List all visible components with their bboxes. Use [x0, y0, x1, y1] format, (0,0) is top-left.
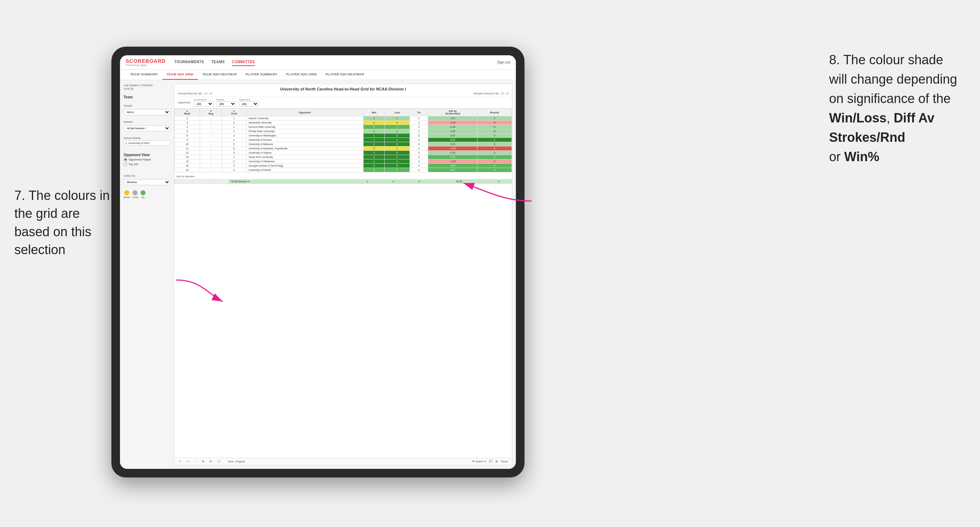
main-content: Last Updated: 27/03/2024 16:55:38 Team G…	[120, 80, 516, 469]
table-row: 6 - 2 Florida State University 4 2 0 1.8…	[175, 129, 512, 133]
filter-opponent: Opponent (All)	[239, 98, 259, 106]
radio-top100[interactable]: Top 100	[124, 163, 170, 166]
col-diff: Diff AvStrokes/Rnd	[428, 109, 477, 116]
legend-row: Down Level Up	[124, 190, 170, 198]
timestamp: Last Updated: 27/03/2024 16:55:38	[124, 84, 170, 91]
table-row: 9 - 1 University of Arizona 1 0 0 9.00 2	[175, 138, 512, 142]
data-table: #Rank #Reg #Conf Opponent Win Loss Tie D…	[174, 108, 512, 172]
radio-opponents-played[interactable]: Opponents Played	[124, 158, 170, 162]
legend-down-circle	[124, 190, 129, 195]
table-container: #Rank #Reg #Conf Opponent Win Loss Tie D…	[174, 108, 512, 458]
col-conf: #Conf	[222, 109, 246, 116]
legend-level-circle	[132, 190, 138, 195]
table-row: 3 - 2 Vanderbilt University 0 4 0 -2.29 …	[175, 121, 512, 125]
tab-team-summary[interactable]: TEAM SUMMARY	[126, 70, 162, 80]
toolbar-right: 👁 Watch ▾ 💬 ⊞ Share	[472, 460, 508, 463]
radio-dot-unselected	[124, 163, 127, 166]
sub-nav: TEAM SUMMARY TEAM H2H GRID TEAM H2H HEAT…	[120, 70, 516, 80]
nav-teams[interactable]: TEAMS	[211, 59, 225, 66]
watch-btn[interactable]: 👁 Watch ▾	[472, 460, 486, 463]
filter-conference: Conference (All)	[194, 98, 213, 106]
out-of-division-label: Out of division	[174, 174, 512, 179]
school-field: School (Rank) 1. University of Nort...	[124, 134, 170, 146]
grid-header: University of North Carolina Head-to-Hea…	[174, 84, 512, 97]
grid-records: Overall Record: 89 - 17 - 0 Division Rec…	[178, 92, 508, 95]
tab-player-summary[interactable]: PLAYER SUMMARY	[242, 70, 282, 80]
zoom-fit-btn[interactable]: ⊞	[201, 460, 205, 464]
comment-btn[interactable]: 💬	[489, 460, 493, 463]
nav-tournaments[interactable]: TOURNAMENTS	[174, 59, 204, 66]
forward-btn[interactable]: →	[193, 460, 198, 464]
division-field: Division NCAA Division I	[124, 118, 170, 132]
table-row: 16 - 2 University of Florida 3 1 0 6.67 …	[175, 168, 512, 172]
col-tie: Tie	[409, 109, 428, 116]
opponent-radio-group: Opponents Played Top 100	[124, 158, 170, 166]
tab-team-h2h-grid[interactable]: TEAM H2H GRID	[162, 70, 198, 80]
out-of-div-row: NCAA Division II 1 0 0 26.00 3	[175, 179, 512, 184]
legend-level: Level	[132, 190, 138, 198]
conference-filter-select[interactable]: (All)	[194, 101, 213, 106]
tablet-frame: SCOREBOARD Powered by clippd TOURNAMENTS…	[111, 47, 525, 478]
logo-sub: Powered by clippd	[126, 64, 165, 67]
gender-field: Gender Men's	[124, 102, 170, 115]
table-row: 14 - 2 University of Oklahoma 1 0 0 -1.0…	[175, 159, 512, 164]
col-win: Win	[363, 109, 384, 116]
colour-by-section: Colour by Win/loss	[124, 172, 170, 185]
col-rank: #Rank	[175, 109, 200, 116]
legend-up-circle	[140, 190, 145, 195]
out-of-division: Out of division NCAA Division II 1 0	[174, 172, 512, 185]
nav-committee[interactable]: COMMITTEE	[232, 59, 255, 66]
col-rounds: Rounds	[477, 109, 512, 116]
nav-items: TOURNAMENTS TEAMS COMMITTEE	[174, 59, 488, 66]
opponents-label: Opponents:	[178, 101, 191, 104]
division-select[interactable]: NCAA Division I	[124, 125, 170, 132]
table-row: 8 - 2 University of Washington 1 0 0 3.6…	[175, 133, 512, 138]
share-btn[interactable]: Share	[501, 460, 508, 463]
table-row: 12 - 3 University of Virginia 1 0 0 2.33…	[175, 151, 512, 155]
grid-panel: University of North Carolina Head-to-Hea…	[174, 84, 512, 465]
annotation-left: 7. The colours in the grid are based on …	[14, 187, 115, 259]
tab-player-h2h-heatmap[interactable]: PLAYER H2H HEATMAP	[321, 70, 369, 80]
school-value: 1. University of Nort...	[124, 140, 170, 146]
gender-select[interactable]: Men's	[124, 109, 170, 115]
team-section-title: Team	[124, 95, 170, 99]
col-opponent: Opponent	[246, 109, 363, 116]
table-row: 2 - 1 Auburn University 2 1 0 1.67 9	[175, 116, 512, 121]
table-row: 13 - 1 Texas Tech University 3 0 0 5.56 …	[175, 155, 512, 159]
annotation-right: 8. The colour shade will change dependin…	[829, 50, 958, 167]
left-panel: Last Updated: 27/03/2024 16:55:38 Team G…	[124, 84, 170, 465]
table-row: 15 - 4 Georgia Institute of Technology 5…	[175, 164, 512, 168]
legend-up: Up	[140, 190, 145, 198]
filter-row: Opponents: Conference (All) Region (All)	[174, 97, 512, 108]
app-header: SCOREBOARD Powered by clippd TOURNAMENTS…	[120, 55, 516, 70]
clock-btn[interactable]: 🕐	[216, 460, 222, 464]
logo-text: SCOREBOARD	[126, 58, 165, 64]
sign-out-button[interactable]: Sign out	[497, 60, 510, 64]
region-filter-select[interactable]: (All)	[216, 101, 236, 106]
filter-region: Region (All)	[216, 98, 236, 106]
tab-team-h2h-heatmap[interactable]: TEAM H2H HEATMAP	[198, 70, 242, 80]
undo-btn[interactable]: ↩	[178, 460, 183, 464]
legend-down: Down	[124, 190, 130, 198]
grid-title: University of North Carolina Head-to-Hea…	[178, 87, 508, 91]
zoom-btn[interactable]: ⊕	[208, 460, 213, 464]
bottom-toolbar: ↩ ↪ → ⊞ ⊕ 🕐 View: Original 👁 Watch ▾ 💬 ⊞…	[174, 458, 512, 465]
out-div-name: NCAA Division II	[229, 179, 355, 184]
out-of-div-table: NCAA Division II 1 0 0 26.00 3	[174, 179, 512, 184]
opponent-filter-select[interactable]: (All)	[239, 101, 259, 106]
view-original: View: Original	[228, 460, 245, 463]
table-row: 10 - 5 University of Alabama 3 0 0 2.61 …	[175, 142, 512, 146]
tablet-screen: SCOREBOARD Powered by clippd TOURNAMENTS…	[120, 55, 516, 469]
logo-area: SCOREBOARD Powered by clippd	[126, 58, 165, 67]
col-loss: Loss	[385, 109, 409, 116]
col-reg: #Reg	[200, 109, 222, 116]
opponent-view-section: Opponent View Opponents Played Top 100	[124, 151, 170, 166]
redo-btn[interactable]: ↪	[185, 460, 190, 464]
table-row: 4 - 1 Arizona State University 5 1 0 2.2…	[175, 125, 512, 129]
table-row: 11 - 6 University of Arkansas, Fayettevi…	[175, 146, 512, 151]
grid-view-btn[interactable]: ⊞	[495, 460, 498, 463]
tab-player-h2h-grid[interactable]: PLAYER H2H GRID	[282, 70, 321, 80]
colour-by-select[interactable]: Win/loss	[124, 179, 170, 185]
radio-dot-selected	[124, 158, 127, 162]
